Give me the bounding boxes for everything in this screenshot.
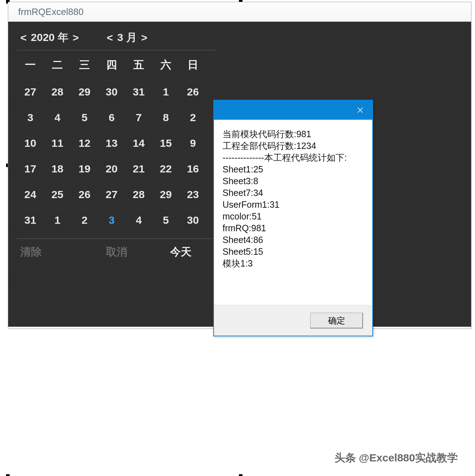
calendar-day[interactable]: 3 <box>98 214 125 226</box>
calendar-day[interactable]: 30 <box>98 86 125 98</box>
calendar-widget: < 2020 年 > < 3 月 > 一二三四五六日27282930311263… <box>17 28 216 259</box>
calendar-day[interactable]: 8 <box>152 112 179 124</box>
messagebox-dialog: 当前模块代码行数:981工程全部代码行数:1234--------------本… <box>213 100 373 336</box>
calendar-day[interactable]: 5 <box>71 112 98 124</box>
calendar-day[interactable]: 21 <box>125 163 152 175</box>
calendar-day[interactable]: 6 <box>98 112 125 124</box>
calendar-day[interactable]: 4 <box>44 112 71 124</box>
messagebox-titlebar[interactable] <box>214 100 372 120</box>
resize-handle[interactable] <box>6 474 10 476</box>
calendar-day[interactable]: 26 <box>71 188 98 201</box>
messagebox-line: 模块1:3 <box>223 258 365 269</box>
messagebox-line: Sheet1:25 <box>223 164 365 175</box>
calendar-day[interactable]: 5 <box>152 214 179 226</box>
weekday-header: 一 <box>17 58 44 72</box>
calendar-day[interactable]: 29 <box>71 86 98 98</box>
year-label[interactable]: 2020 年 <box>31 30 68 45</box>
weekday-header: 三 <box>71 58 98 72</box>
weekday-header: 五 <box>125 58 152 72</box>
close-button[interactable] <box>353 103 367 117</box>
calendar-day[interactable]: 4 <box>125 214 152 226</box>
calendar-day[interactable]: 16 <box>179 163 206 175</box>
today-button[interactable]: 今天 <box>149 245 213 259</box>
cancel-button[interactable]: 取消 <box>85 245 149 259</box>
messagebox-line: Sheet7:34 <box>223 187 365 199</box>
ok-button[interactable]: 确定 <box>310 313 363 328</box>
weekday-header: 四 <box>98 58 125 72</box>
weekday-header: 二 <box>44 58 71 72</box>
weekday-header: 六 <box>152 58 179 72</box>
messagebox-line: Sheet5:15 <box>223 246 365 258</box>
weekday-header: 日 <box>179 58 206 72</box>
messagebox-line: Sheet4:86 <box>223 234 365 246</box>
calendar-day[interactable]: 19 <box>71 163 98 175</box>
calendar-day[interactable]: 30 <box>179 214 206 226</box>
messagebox-body: 当前模块代码行数:981工程全部代码行数:1234--------------本… <box>214 120 372 305</box>
month-prev-button[interactable]: < <box>104 32 115 44</box>
messagebox-line: mcolor:51 <box>223 211 365 222</box>
calendar-day[interactable]: 18 <box>44 163 71 175</box>
calendar-day[interactable]: 17 <box>17 163 44 175</box>
calendar-grid: 一二三四五六日272829303112634567821011121314159… <box>17 51 216 226</box>
calendar-day[interactable]: 7 <box>125 112 152 124</box>
messagebox-footer: 确定 <box>214 305 372 336</box>
calendar-day[interactable]: 22 <box>152 163 179 175</box>
calendar-day[interactable]: 13 <box>98 137 125 149</box>
calendar-day[interactable]: 11 <box>44 137 71 149</box>
watermark-text: 头条 @Excel880实战教学 <box>334 451 458 465</box>
calendar-day[interactable]: 23 <box>179 188 206 201</box>
calendar-day[interactable]: 14 <box>125 137 152 149</box>
calendar-day[interactable]: 1 <box>44 214 71 226</box>
month-label[interactable]: 3 月 <box>117 30 137 45</box>
messagebox-line: 当前模块代码行数:981 <box>223 128 365 140</box>
resize-handle[interactable] <box>239 474 242 476</box>
calendar-day[interactable]: 28 <box>125 188 152 201</box>
messagebox-line: 工程全部代码行数:1234 <box>223 140 365 152</box>
calendar-header: < 2020 年 > < 3 月 > <box>17 28 216 51</box>
calendar-day[interactable]: 10 <box>17 137 44 149</box>
calendar-day[interactable]: 1 <box>152 86 179 98</box>
calendar-day[interactable]: 31 <box>17 214 44 226</box>
year-prev-button[interactable]: < <box>18 32 29 44</box>
form-title: frmRQExcel880 <box>18 6 84 17</box>
month-next-button[interactable]: > <box>139 32 150 44</box>
messagebox-line: Sheet3:8 <box>223 175 365 187</box>
calendar-day[interactable]: 15 <box>152 137 179 149</box>
calendar-footer: 清除 取消 今天 <box>17 238 216 259</box>
calendar-day[interactable]: 28 <box>44 86 71 98</box>
calendar-day[interactable]: 31 <box>125 86 152 98</box>
calendar-day[interactable]: 27 <box>98 188 125 201</box>
calendar-day[interactable]: 3 <box>17 112 44 124</box>
calendar-day[interactable]: 25 <box>44 188 71 201</box>
year-next-button[interactable]: > <box>71 32 81 44</box>
calendar-day[interactable]: 12 <box>71 137 98 149</box>
calendar-day[interactable]: 27 <box>17 86 44 98</box>
calendar-day[interactable]: 29 <box>152 188 179 201</box>
calendar-day[interactable]: 24 <box>17 188 44 201</box>
calendar-day[interactable]: 26 <box>179 86 206 98</box>
calendar-day[interactable]: 9 <box>179 137 206 149</box>
calendar-day[interactable]: 20 <box>98 163 125 175</box>
calendar-day[interactable]: 2 <box>71 214 98 226</box>
messagebox-line: frmRQ:981 <box>223 222 365 234</box>
messagebox-line: UserForm1:31 <box>223 199 365 211</box>
clear-button[interactable]: 清除 <box>20 245 85 259</box>
form-titlebar[interactable]: frmRQExcel880 <box>8 2 471 22</box>
messagebox-line: --------------本工程代码统计如下: <box>223 152 365 164</box>
calendar-day[interactable]: 2 <box>179 112 206 124</box>
close-icon <box>357 107 363 113</box>
